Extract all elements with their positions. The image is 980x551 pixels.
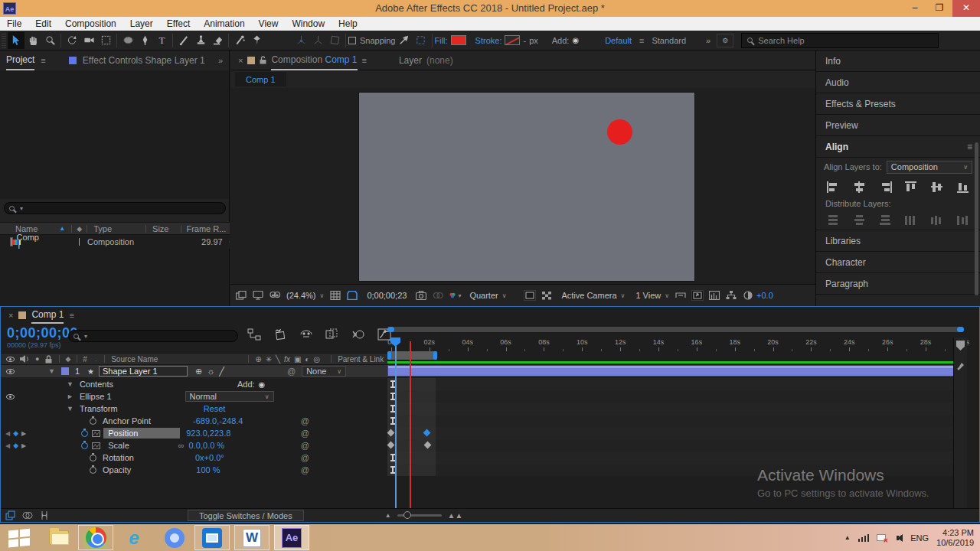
language-indicator[interactable]: ENG xyxy=(910,533,929,543)
flowchart-icon[interactable] xyxy=(229,237,230,246)
align-horiz-center-button[interactable] xyxy=(853,181,866,193)
snapshot-icon[interactable] xyxy=(415,290,427,301)
twirl-down-icon[interactable]: ▼ xyxy=(67,380,74,388)
internet-explorer-button[interactable]: e xyxy=(113,525,155,550)
timeline-horizontal-scrollbar[interactable] xyxy=(387,327,964,332)
track-row[interactable] xyxy=(387,415,964,427)
ellipse-visibility-toggle[interactable] xyxy=(6,394,15,399)
workspace-overflow-icon[interactable]: » xyxy=(706,36,710,45)
channels-icon[interactable]: ▾ xyxy=(449,290,461,301)
ellipse-row[interactable]: ► Ellipse 1 Normal∨ xyxy=(1,390,387,403)
exposure-icon[interactable] xyxy=(742,290,754,301)
label-column-icon[interactable]: ◆ xyxy=(77,225,82,233)
stopwatch-icon[interactable] xyxy=(90,418,96,425)
track-row[interactable] xyxy=(387,452,964,464)
network-signal-icon[interactable] xyxy=(858,534,870,542)
minimize-button[interactable]: – xyxy=(905,0,925,17)
sidebar-panel-tab[interactable]: Audio xyxy=(816,72,980,93)
opacity-row[interactable]: Opacity 100 % @ xyxy=(1,464,387,476)
comp-panel-menu-icon[interactable]: ≡ xyxy=(362,56,367,65)
prev-keyframe-icon[interactable]: ◀ xyxy=(5,430,10,437)
distribute-right-button[interactable] xyxy=(956,214,969,226)
fill-label[interactable]: Fill: xyxy=(435,36,448,45)
column-separator[interactable] xyxy=(71,225,72,233)
view-3d-dropdown[interactable]: Active Camera∨ xyxy=(558,291,628,300)
position-row[interactable]: ◀ ◆ ▶ Position 923.0,223.8 @ xyxy=(1,427,387,439)
layer-expand-icon[interactable]: ▼ xyxy=(48,367,55,375)
column-type[interactable]: Type xyxy=(93,224,112,233)
shape-layer-ellipse[interactable] xyxy=(607,119,632,145)
transparency-grid-icon[interactable] xyxy=(541,290,553,301)
hand-tool[interactable] xyxy=(24,32,41,49)
comp-marker-button[interactable] xyxy=(956,341,965,350)
camera-tool[interactable] xyxy=(80,32,97,49)
share-view-icon[interactable] xyxy=(675,290,687,301)
zoom-in-timeline-icon[interactable]: ▲▲ xyxy=(448,511,463,520)
layer-slash-switch[interactable]: ╱ xyxy=(219,367,224,377)
timeline-current-time[interactable]: 0;00;00;00 00000 (29.97 fps) xyxy=(7,325,78,349)
view-axis-mode-icon[interactable] xyxy=(326,32,343,49)
align-left-button[interactable] xyxy=(827,181,840,193)
stopwatch-icon[interactable] xyxy=(90,467,96,474)
selection-tool[interactable] xyxy=(8,32,24,49)
comp-current-time[interactable]: 0;00;00;23 xyxy=(367,291,407,300)
composition-canvas[interactable] xyxy=(359,93,694,281)
time-ruler[interactable]: 0s02s04s06s08s10s12s14s16s18s20s22s24s26… xyxy=(391,337,967,351)
pan-behind-tool[interactable] xyxy=(97,32,114,49)
view-layout-dropdown[interactable]: 1 View∨ xyxy=(632,291,672,300)
grid-guides-icon[interactable] xyxy=(329,290,341,301)
resolution-dropdown[interactable]: Quarter∨ xyxy=(466,291,521,300)
layer-color-swatch[interactable] xyxy=(61,367,69,375)
align-panel-header[interactable]: Align ≡ xyxy=(816,136,980,158)
workspace-menu-icon[interactable]: ≡ xyxy=(639,36,644,45)
zoom-tool[interactable] xyxy=(41,32,58,49)
property-pickwhip-icon[interactable]: @ xyxy=(301,453,309,462)
expand-transfer-controls-icon[interactable] xyxy=(22,510,33,520)
fill-color-swatch[interactable] xyxy=(451,35,466,45)
start-button[interactable] xyxy=(0,525,40,550)
pixel-aspect-correction-icon[interactable] xyxy=(691,290,704,301)
mini-flowchart-eyes-icon[interactable] xyxy=(269,290,281,301)
parent-dropdown[interactable]: None∨ xyxy=(302,366,346,377)
clone-stamp-tool[interactable] xyxy=(192,32,209,49)
align-bottom-button[interactable] xyxy=(956,181,969,193)
add-content-button[interactable]: ◉ xyxy=(259,380,266,389)
align-right-button[interactable] xyxy=(879,181,892,193)
magnification-dropdown[interactable]: (24.4%)∨ xyxy=(283,291,327,300)
stroke-label[interactable]: Stroke: xyxy=(475,36,502,45)
draft-3d-icon[interactable] xyxy=(273,328,287,341)
sidebar-panel-tab[interactable]: Info xyxy=(816,51,980,72)
sidebar-panel-tab[interactable]: Paragraph xyxy=(816,273,980,295)
tab-effect-controls[interactable]: Effect Controls Shape Layer 1 xyxy=(83,55,205,66)
chromium-button[interactable] xyxy=(155,525,194,550)
panel-grip[interactable] xyxy=(2,33,6,48)
menu-item[interactable]: Window xyxy=(285,17,332,31)
position-value[interactable]: 923.0,223.8 xyxy=(186,429,230,438)
layer-row[interactable]: ▼ 1 ★ Shape Layer 1 ⊕ ☼ ╱ @ None∨ xyxy=(1,365,387,377)
anchor-point-value[interactable]: -689.0,-248.4 xyxy=(193,416,243,425)
column-separator[interactable] xyxy=(145,225,146,233)
next-keyframe-icon[interactable]: ▶ xyxy=(21,430,26,437)
menu-item[interactable]: Effect xyxy=(160,17,197,31)
timeline-zoom-slider[interactable] xyxy=(397,514,442,517)
layer-anchor-switch[interactable]: ⊕ xyxy=(195,367,202,377)
project-panel-menu-icon[interactable]: ≡ xyxy=(41,56,45,65)
eraser-tool[interactable] xyxy=(209,32,226,49)
puppet-pin-tool[interactable] xyxy=(248,32,265,49)
transform-reset-link[interactable]: Reset xyxy=(204,404,226,413)
stroke-width-value[interactable]: - xyxy=(523,36,526,45)
close-tab-icon[interactable]: × xyxy=(238,56,243,65)
zoom-slider-knob[interactable] xyxy=(403,511,411,519)
value-graph-icon[interactable] xyxy=(92,430,100,437)
position-label-selected[interactable]: Position xyxy=(103,428,180,439)
tab-project[interactable]: Project xyxy=(6,51,34,70)
twirl-right-icon[interactable]: ► xyxy=(67,393,74,400)
zoom-out-timeline-icon[interactable]: ▲ xyxy=(385,512,391,519)
column-separator[interactable] xyxy=(59,355,60,363)
layer-name-field[interactable]: Shape Layer 1 xyxy=(99,366,188,377)
align-panel-menu-icon[interactable]: ≡ xyxy=(967,142,972,152)
panel-overflow-icon[interactable]: » xyxy=(218,56,223,65)
expand-inout-panes-icon[interactable] xyxy=(39,510,50,520)
snap-arrow-icon[interactable] xyxy=(396,32,413,49)
constrain-proportions-icon[interactable]: ∞ xyxy=(178,441,185,450)
